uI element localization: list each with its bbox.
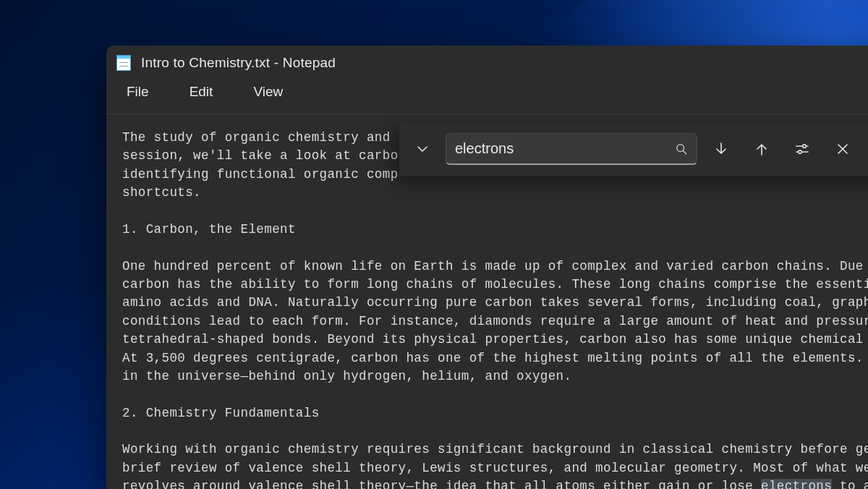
menu-file[interactable]: File <box>124 81 152 103</box>
svg-point-5 <box>799 150 802 154</box>
find-expand-button[interactable] <box>407 133 438 165</box>
window-title: Intro to Chemistry.txt - Notepad <box>141 55 336 71</box>
find-input[interactable] <box>455 140 669 157</box>
document-text[interactable]: The study of organic chemistry and sessi… <box>122 129 868 489</box>
search-match: electrons <box>761 479 832 489</box>
menu-edit[interactable]: Edit <box>187 81 216 103</box>
find-next-button[interactable] <box>705 132 738 166</box>
find-options-button[interactable] <box>786 132 819 166</box>
menu-view[interactable]: View <box>250 81 286 103</box>
notepad-window: Intro to Chemistry.txt - Notepad File Ed… <box>106 46 868 489</box>
find-bar <box>399 122 868 176</box>
chevron-down-icon <box>415 142 430 156</box>
find-close-button[interactable] <box>826 132 859 166</box>
arrow-up-icon <box>754 141 770 157</box>
close-icon <box>835 142 850 156</box>
svg-point-0 <box>677 144 684 151</box>
svg-line-1 <box>684 150 686 153</box>
find-searchbox[interactable] <box>446 133 697 165</box>
find-prev-button[interactable] <box>745 132 778 166</box>
arrow-down-icon <box>713 141 729 157</box>
notepad-icon <box>116 55 131 71</box>
sliders-icon <box>794 141 810 157</box>
titlebar[interactable]: Intro to Chemistry.txt - Notepad <box>106 46 868 80</box>
svg-point-3 <box>803 145 807 148</box>
menubar: File Edit View <box>106 80 868 114</box>
search-icon <box>675 143 688 156</box>
